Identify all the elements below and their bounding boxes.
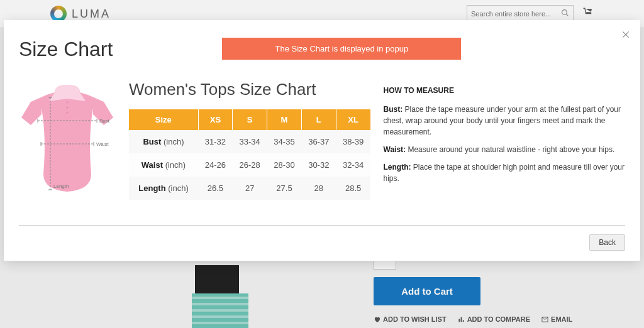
- th-size: Size: [129, 109, 198, 130]
- svg-point-14: [67, 102, 69, 104]
- th-xs: XS: [198, 109, 233, 130]
- diagram-length-label: Length: [53, 183, 69, 189]
- table-row: Length (inch) 26.5 27 27.5 28 28.5: [129, 177, 370, 200]
- diagram-waist-label: Waist: [96, 141, 109, 147]
- table-row: Bust (inch) 31-32 33-34 34-35 36-37 38-3…: [129, 130, 370, 153]
- svg-point-15: [67, 107, 69, 109]
- diagram-bust-label: Bust: [99, 118, 110, 124]
- measure-title: HOW TO MEASURE: [384, 85, 626, 96]
- th-l: L: [301, 109, 336, 130]
- close-icon: [621, 30, 630, 39]
- back-button[interactable]: Back: [589, 234, 625, 251]
- th-xl: XL: [336, 109, 370, 130]
- shirt-diagram: Bust Waist Length: [19, 80, 116, 199]
- how-to-measure: HOW TO MEASURE Bust: Place the tape meas…: [384, 80, 626, 190]
- popup-banner: The Size Chart is displayed in popup: [222, 38, 461, 60]
- svg-point-16: [67, 112, 69, 114]
- size-chart-modal: Size Chart The Size Chart is displayed i…: [4, 20, 640, 261]
- modal-title: Size Chart: [19, 38, 113, 61]
- chart-title: Women's Tops Size Chart: [129, 80, 371, 99]
- close-button[interactable]: [621, 29, 630, 42]
- th-m: M: [267, 109, 302, 130]
- th-s: S: [233, 109, 267, 130]
- size-table: Size XS S M L XL Bust (inch) 31-32 33-34…: [129, 109, 371, 200]
- table-row: Waist (inch) 24-26 26-28 28-30 30-32 32-…: [129, 153, 370, 177]
